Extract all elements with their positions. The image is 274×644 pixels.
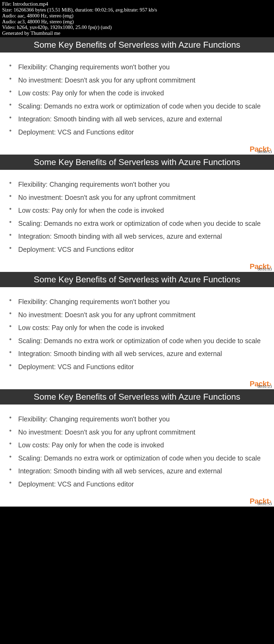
bullet-item: Scaling: Demands no extra work or optimi… — [7, 217, 267, 230]
metadata-audio-1: Audio: aac, 48000 Hz, stereo (eng) — [2, 13, 272, 19]
bullet-item: No investment: Doesn't ask you for any u… — [7, 191, 267, 204]
video-metadata-bar: File: Introduction.mp4 Size: 16266366 by… — [0, 0, 274, 37]
slide-content: Flexibility: Changing requirements won't… — [0, 53, 274, 138]
bullet-item: Flexibility: Changing requirements won't… — [7, 295, 267, 308]
bullet-item: Scaling: Demands no extra work or optimi… — [7, 334, 267, 347]
bullet-item: Flexibility: Changing requirements won't… — [7, 61, 267, 74]
thumbnail-frame: Some Key Benefits of Serverless with Azu… — [0, 272, 274, 389]
slide-title: Some Key Benefits of Serverless with Azu… — [0, 272, 274, 287]
thumbnail-frame: Some Key Benefits of Serverless with Azu… — [0, 389, 274, 507]
slide-title: Some Key Benefits of Serverless with Azu… — [0, 155, 274, 170]
bullet-item: Integration: Smooth binding with all web… — [7, 113, 267, 126]
bullet-item: Low costs: Pay only for when the code is… — [7, 87, 267, 100]
bullet-item: Integration: Smooth binding with all web… — [7, 347, 267, 360]
slide-content: Flexibility: Changing requirements won't… — [0, 170, 274, 256]
bullet-item: Low costs: Pay only for when the code is… — [7, 204, 267, 217]
bullet-item: Integration: Smooth binding with all web… — [7, 465, 267, 478]
frame-timestamp: 00:01:23 — [258, 384, 272, 389]
slide-content: Flexibility: Changing requirements won't… — [0, 405, 274, 491]
bullet-item: Deployment: VCS and Functions editor — [7, 360, 267, 373]
thumbnail-frame: Some Key Benefits of Serverless with Azu… — [0, 37, 274, 155]
bullet-item: Scaling: Demands no extra work or optimi… — [7, 100, 267, 113]
metadata-file: File: Introduction.mp4 — [2, 1, 272, 7]
bullet-item: Low costs: Pay only for when the code is… — [7, 321, 267, 334]
bullet-list: Flexibility: Changing requirements won't… — [7, 61, 267, 138]
thumbnail-frame: Some Key Benefits of Serverless with Azu… — [0, 155, 274, 272]
bullet-item: Integration: Smooth binding with all web… — [7, 230, 267, 243]
metadata-size: Size: 16266366 bytes (15.51 MiB), durati… — [2, 7, 272, 13]
bullet-list: Flexibility: Changing requirements won't… — [7, 413, 267, 491]
bullet-item: Deployment: VCS and Functions editor — [7, 478, 267, 491]
bullet-item: No investment: Doesn't ask you for any u… — [7, 308, 267, 321]
bullet-item: Low costs: Pay only for when the code is… — [7, 439, 267, 452]
slide-title: Some Key Benefits of Serverless with Azu… — [0, 37, 274, 53]
bullet-item: Flexibility: Changing requirements won't… — [7, 413, 267, 426]
frame-timestamp: 00:01:53 — [258, 502, 272, 506]
bullet-list: Flexibility: Changing requirements won't… — [7, 295, 267, 373]
metadata-video: Video: h264, yuv420p, 1920x1080, 25.00 f… — [2, 24, 272, 30]
metadata-generator: Generated by Thumbnail me — [2, 30, 272, 36]
bullet-item: No investment: Doesn't ask you for any u… — [7, 426, 267, 439]
slide-content: Flexibility: Changing requirements won't… — [0, 287, 274, 373]
bullet-list: Flexibility: Changing requirements won't… — [7, 178, 267, 256]
bullet-item: Deployment: VCS and Functions editor — [7, 126, 267, 139]
metadata-audio-2: Audio: ac3, 48000 Hz, stereo (eng) — [2, 19, 272, 25]
bullet-item: Deployment: VCS and Functions editor — [7, 243, 267, 256]
frame-timestamp: 00:01:03 — [258, 267, 272, 272]
slide-title: Some Key Benefits of Serverless with Azu… — [0, 389, 274, 405]
bullet-item: Flexibility: Changing requirements won't… — [7, 178, 267, 191]
bullet-item: Scaling: Demands no extra work or optimi… — [7, 452, 267, 465]
frame-timestamp: 00:00:53 — [258, 150, 272, 154]
bullet-item: No investment: Doesn't ask you for any u… — [7, 74, 267, 87]
